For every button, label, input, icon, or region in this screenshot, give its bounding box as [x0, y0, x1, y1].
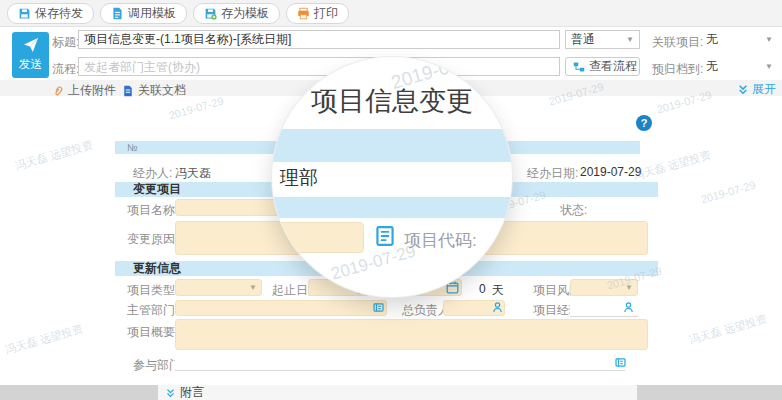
flow-label: 流程:	[52, 61, 79, 78]
caret-down-icon: ▼	[625, 284, 633, 292]
related-project-label: 关联项目:	[652, 34, 703, 51]
watermark-name: 冯天磊 远望投资	[13, 137, 94, 173]
change-reason-label: 变更原因:	[127, 231, 178, 248]
watermark-name: 冯天磊 远望投资	[631, 147, 712, 183]
priority-value: 普通	[571, 32, 595, 46]
top-toolbar: 保存待发 调用模板 存为模板 打印	[0, 0, 782, 27]
paper-plane-icon	[23, 37, 39, 53]
magnified-project-code-label: 项目代码:	[404, 229, 477, 252]
prearchive-select[interactable]: 无 ▼	[706, 58, 778, 77]
title-input[interactable]	[78, 30, 560, 49]
project-risk-select[interactable]: ▼	[570, 279, 638, 296]
agent-date-value: 2019-07-29	[580, 165, 641, 179]
status-label: 状态:	[560, 202, 587, 219]
printer-icon	[297, 7, 310, 20]
project-name-label: 项目名称:	[127, 202, 178, 219]
save-as-template-label: 存为模板	[221, 5, 269, 22]
link-document-link[interactable]: 关联文档	[122, 82, 186, 99]
agent-label: 经办人:	[133, 165, 172, 182]
send-label: 发送	[19, 56, 43, 73]
prearchive-value: 无	[706, 59, 718, 73]
dept-label: 主管部门:	[127, 302, 178, 319]
template-document-icon	[111, 7, 124, 20]
view-flow-label: 查看流程	[589, 58, 637, 75]
use-template-label: 调用模板	[128, 5, 176, 22]
watermark-date: 2019-07-29	[699, 178, 756, 205]
magnified-project-code-lookup-icon	[374, 225, 396, 247]
related-project-select[interactable]: 无 ▼	[706, 31, 778, 50]
magnified-serial-bar	[272, 129, 512, 162]
linked-document-icon	[122, 85, 134, 97]
save-as-template-icon	[204, 7, 217, 20]
save-draft-label: 保存待发	[35, 5, 83, 22]
double-chevron-down-icon	[738, 84, 748, 95]
print-label: 打印	[314, 5, 338, 22]
print-button[interactable]: 打印	[286, 3, 349, 24]
agent-date-label: 经办日期:	[527, 165, 578, 182]
expand-label: 展开	[752, 81, 776, 98]
project-type-select[interactable]: ▼	[175, 279, 262, 296]
agent-value: 冯天磊	[175, 165, 211, 182]
help-icon[interactable]: ?	[636, 115, 652, 131]
upload-attachment-link[interactable]: 上传附件	[52, 82, 116, 99]
use-template-button[interactable]: 调用模板	[100, 3, 187, 24]
watermark-name: 冯天磊 远望投资	[3, 321, 84, 357]
caret-down-icon: ▼	[249, 284, 257, 292]
dept-input[interactable]	[175, 300, 387, 316]
summary-label: 项目概要:	[127, 324, 178, 341]
view-flow-button[interactable]: 查看流程	[565, 57, 640, 76]
days-unit: 天	[492, 282, 504, 299]
magnified-dept-fragment: 理部	[280, 165, 318, 191]
project-type-label: 项目类型:	[127, 282, 178, 299]
postscript-label: 附言	[180, 384, 204, 400]
magnifier-overlay: 项目信息变更 理部 项目代码: 2019-07-29 2019-07-29	[272, 57, 512, 297]
summary-textarea[interactable]	[175, 319, 648, 350]
person-picker-icon[interactable]	[491, 301, 504, 314]
person-picker-icon[interactable]	[622, 301, 635, 314]
save-as-template-button[interactable]: 存为模板	[193, 3, 280, 24]
magnified-section-bar	[272, 197, 512, 218]
upload-attachment-label: 上传附件	[68, 82, 116, 99]
org-picker-icon[interactable]	[372, 301, 385, 314]
org-picker-icon[interactable]	[614, 356, 627, 369]
days-value: 0	[479, 282, 486, 296]
title-label: 标题:	[52, 34, 79, 51]
watermark-name: 冯天磊 远望投资	[687, 311, 768, 347]
caret-down-icon: ▼	[765, 36, 773, 44]
expand-toggle[interactable]: 展开	[738, 81, 776, 98]
flowchart-icon	[573, 61, 585, 73]
flow-input[interactable]	[78, 57, 560, 76]
priority-select[interactable]: 普通 ▼	[565, 30, 640, 49]
save-disk-icon	[18, 7, 31, 20]
caret-down-icon: ▼	[765, 63, 773, 71]
save-draft-button[interactable]: 保存待发	[7, 3, 94, 24]
double-chevron-down-icon	[166, 388, 175, 398]
related-project-value: 无	[706, 32, 718, 46]
send-button[interactable]: 发送	[12, 32, 49, 78]
postscript-toggle[interactable]: 附言	[158, 385, 637, 400]
app-window: 保存待发 调用模板 存为模板 打印 发送 标题: 普通 ▼ 关联项目: 无 ▼ …	[0, 0, 782, 400]
caret-down-icon: ▼	[626, 36, 634, 44]
prearchive-label: 预归档到:	[652, 61, 703, 78]
link-document-label: 关联文档	[138, 82, 186, 99]
participants-input[interactable]	[175, 355, 625, 371]
paperclip-icon	[50, 82, 67, 99]
